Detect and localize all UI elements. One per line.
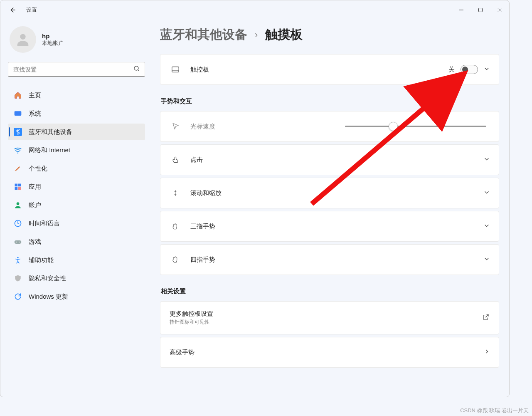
close-button[interactable] bbox=[490, 2, 509, 18]
titlebar: 设置 bbox=[0, 0, 509, 20]
person-icon bbox=[14, 201, 22, 209]
touchpad-state: 关 bbox=[448, 66, 455, 74]
svg-point-2 bbox=[134, 66, 138, 70]
svg-rect-8 bbox=[15, 187, 18, 190]
nav-accessibility[interactable]: 辅助功能 bbox=[8, 252, 145, 268]
chevron-down-icon bbox=[484, 189, 490, 197]
chevron-down-icon bbox=[484, 156, 490, 163]
nav-label: 隐私和安全性 bbox=[29, 275, 66, 282]
nav-label: 网络和 Internet bbox=[29, 146, 70, 154]
user-account-type: 本地帐户 bbox=[42, 40, 64, 47]
nav-privacy[interactable]: 隐私和安全性 bbox=[8, 270, 145, 287]
gamepad-icon bbox=[14, 238, 22, 246]
nav-update[interactable]: Windows 更新 bbox=[8, 288, 145, 305]
nav-list: 主页 系统 蓝牙和其他设备 网络和 Internet 个性化 应用 帐户 时间和… bbox=[8, 87, 145, 305]
scroll-zoom-row[interactable]: 滚动和缩放 bbox=[160, 178, 499, 208]
back-button[interactable] bbox=[9, 6, 16, 14]
nav-label: 个性化 bbox=[29, 165, 47, 173]
nav-label: 主页 bbox=[29, 92, 41, 99]
nav-personalization[interactable]: 个性化 bbox=[8, 160, 145, 177]
nav-label: Windows 更新 bbox=[29, 293, 68, 301]
accessibility-icon bbox=[14, 256, 22, 264]
advanced-gestures-row[interactable]: 高级手势 bbox=[160, 337, 499, 367]
svg-rect-7 bbox=[18, 184, 21, 187]
touchpad-label: 触控板 bbox=[190, 66, 448, 74]
scroll-zoom-label: 滚动和缩放 bbox=[190, 189, 484, 197]
home-icon bbox=[14, 91, 22, 99]
more-touchpad-row[interactable]: 更多触控板设置 指针图标和可见性 bbox=[160, 302, 499, 334]
hand-four-icon bbox=[170, 255, 181, 264]
apps-icon bbox=[14, 183, 22, 191]
search-icon bbox=[133, 65, 140, 74]
search-box bbox=[8, 62, 145, 77]
nav-bluetooth[interactable]: 蓝牙和其他设备 bbox=[8, 124, 145, 140]
system-icon bbox=[14, 109, 22, 118]
user-name: hp bbox=[42, 32, 64, 40]
svg-rect-16 bbox=[172, 67, 179, 72]
tap-icon bbox=[170, 156, 181, 164]
more-touchpad-card: 更多触控板设置 指针图标和可见性 bbox=[160, 301, 499, 334]
settings-window: 设置 hp 本地帐户 主页 系统 bbox=[0, 0, 510, 397]
chevron-down-icon bbox=[484, 256, 490, 263]
touchpad-card: 触控板 关 bbox=[160, 54, 499, 85]
gestures-section-title: 手势和交互 bbox=[161, 97, 499, 105]
nav-network[interactable]: 网络和 Internet bbox=[8, 142, 145, 158]
minimize-button[interactable] bbox=[452, 2, 471, 18]
three-finger-card: 三指手势 bbox=[160, 211, 499, 242]
tap-row[interactable]: 点击 bbox=[160, 145, 499, 175]
cursor-speed-label: 光标速度 bbox=[190, 123, 345, 131]
update-icon bbox=[14, 292, 22, 301]
svg-point-14 bbox=[19, 242, 20, 243]
cursor-speed-slider[interactable] bbox=[345, 126, 486, 127]
nav-gaming[interactable]: 游戏 bbox=[8, 233, 145, 250]
cursor-icon bbox=[170, 122, 181, 131]
cursor-speed-card: 光标速度 bbox=[160, 111, 499, 142]
nav-system[interactable]: 系统 bbox=[8, 105, 145, 122]
brush-icon bbox=[14, 164, 22, 173]
advanced-gestures-label: 高级手势 bbox=[170, 349, 484, 357]
nav-label: 系统 bbox=[29, 110, 41, 118]
svg-point-13 bbox=[16, 242, 17, 243]
four-finger-card: 四指手势 bbox=[160, 244, 499, 275]
svg-rect-3 bbox=[15, 111, 22, 116]
nav-time[interactable]: 时间和语言 bbox=[8, 215, 145, 232]
svg-rect-12 bbox=[15, 240, 22, 244]
four-finger-row[interactable]: 四指手势 bbox=[160, 245, 499, 275]
tap-label: 点击 bbox=[190, 156, 484, 164]
bluetooth-icon bbox=[14, 128, 22, 136]
page-title: 触摸板 bbox=[265, 26, 303, 43]
back-arrow-icon bbox=[10, 7, 15, 13]
touchpad-row[interactable]: 触控板 关 bbox=[160, 54, 499, 84]
nav-label: 时间和语言 bbox=[29, 220, 60, 228]
nav-label: 帐户 bbox=[29, 201, 41, 209]
chevron-right-icon bbox=[484, 349, 490, 356]
chevron-down-icon[interactable] bbox=[484, 66, 490, 73]
more-touchpad-sub: 指针图标和可见性 bbox=[170, 319, 482, 326]
user-block[interactable]: hp 本地帐户 bbox=[8, 23, 145, 62]
watermark: CSDN @跟 耿瑞 卷出一片天 bbox=[460, 407, 529, 414]
breadcrumb-parent[interactable]: 蓝牙和其他设备 bbox=[160, 26, 247, 43]
scroll-zoom-card: 滚动和缩放 bbox=[160, 178, 499, 208]
nav-label: 应用 bbox=[29, 183, 41, 191]
nav-accounts[interactable]: 帐户 bbox=[8, 197, 145, 213]
hand-three-icon bbox=[170, 222, 181, 230]
svg-point-1 bbox=[20, 34, 25, 40]
chevron-down-icon bbox=[484, 223, 490, 230]
nav-label: 辅助功能 bbox=[29, 256, 54, 264]
avatar bbox=[10, 26, 36, 53]
svg-point-10 bbox=[17, 202, 20, 205]
external-link-icon bbox=[482, 313, 490, 322]
search-input[interactable] bbox=[8, 62, 145, 77]
scroll-icon bbox=[170, 189, 181, 197]
nav-label: 蓝牙和其他设备 bbox=[29, 128, 72, 136]
wifi-icon bbox=[14, 146, 22, 154]
four-finger-label: 四指手势 bbox=[190, 256, 484, 264]
svg-point-17 bbox=[175, 193, 176, 194]
maximize-button[interactable] bbox=[471, 2, 490, 18]
three-finger-row[interactable]: 三指手势 bbox=[160, 211, 499, 241]
touchpad-toggle[interactable] bbox=[461, 65, 478, 74]
svg-point-15 bbox=[17, 257, 18, 258]
svg-rect-0 bbox=[479, 8, 483, 12]
nav-home[interactable]: 主页 bbox=[8, 87, 145, 104]
nav-apps[interactable]: 应用 bbox=[8, 178, 145, 195]
